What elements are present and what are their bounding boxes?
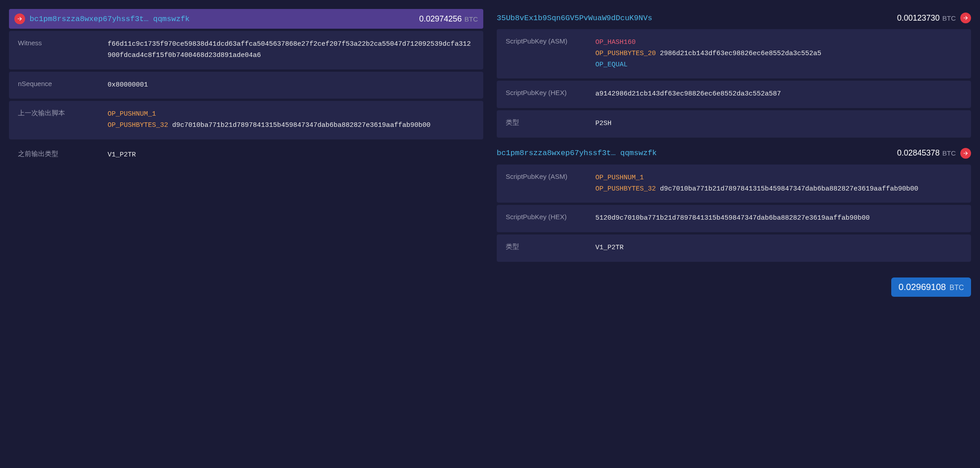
output-header: 35Ub8vEx1b9Sqn6GV5PvWuaW9dDcuK9NVs 0.001… bbox=[497, 9, 971, 27]
opcode: OP_HASH160 bbox=[595, 39, 636, 46]
witness-value: f66d11c9c1735f970ce59838d41dcd63affca504… bbox=[108, 39, 474, 61]
witness-row: Witness f66d11c9c1735f970ce59838d41dcd63… bbox=[9, 31, 483, 69]
spk-asm-row: ScriptPubKey (ASM) OP_PUSHNUM_1OP_PUSHBY… bbox=[497, 165, 971, 203]
prev-script-value: OP_PUSHNUM_1OP_PUSHBYTES_32 d9c7010ba771… bbox=[108, 109, 474, 131]
transaction-container: bc1pm8rszza8wxep67yhssf3t… qqmswzfk 0.02… bbox=[9, 9, 971, 297]
input-address[interactable]: bc1pm8rszza8wxep67yhssf3t… qqmswzfk bbox=[30, 15, 415, 23]
type-value: P2SH bbox=[595, 118, 962, 130]
spk-hex-value: 5120d9c7010ba771b21d7897841315b459847347… bbox=[595, 213, 962, 224]
output-unit: BTC bbox=[942, 149, 956, 157]
arrow-right-icon[interactable] bbox=[960, 13, 971, 23]
type-value: V1_P2TR bbox=[595, 243, 962, 254]
opcode-data: d9c7010ba771b21d7897841315b459847347dab6… bbox=[660, 185, 918, 193]
arrow-right-icon bbox=[14, 13, 25, 24]
opcode: OP_PUSHBYTES_32 bbox=[108, 121, 168, 129]
nsequence-label: nSequence bbox=[18, 80, 99, 91]
total-amount: 0.02969108 bbox=[898, 282, 946, 292]
type-row: 类型 V1_P2TR bbox=[497, 234, 971, 262]
type-label: 类型 bbox=[506, 243, 586, 254]
spk-hex-row: ScriptPubKey (HEX) a9142986d21cb143df63e… bbox=[497, 81, 971, 108]
arrow-right-icon[interactable] bbox=[960, 148, 971, 159]
input-column: bc1pm8rszza8wxep67yhssf3t… qqmswzfk 0.02… bbox=[9, 9, 483, 297]
input-amount: 0.02974256 bbox=[419, 14, 462, 24]
opcode: OP_PUSHBYTES_20 bbox=[595, 50, 656, 57]
output-column: 35Ub8vEx1b9Sqn6GV5PvWuaW9dDcuK9NVs 0.001… bbox=[497, 9, 971, 297]
prev-script-row: 上一次输出脚本 OP_PUSHNUM_1OP_PUSHBYTES_32 d9c7… bbox=[9, 101, 483, 139]
spk-hex-label: ScriptPubKey (HEX) bbox=[506, 213, 586, 224]
opcode: OP_PUSHNUM_1 bbox=[108, 110, 156, 118]
spk-asm-label: ScriptPubKey (ASM) bbox=[506, 173, 586, 195]
prev-script-label: 上一次输出脚本 bbox=[18, 109, 99, 131]
output-address[interactable]: 35Ub8vEx1b9Sqn6GV5PvWuaW9dDcuK9NVs bbox=[497, 14, 893, 22]
opcode: OP_PUSHBYTES_32 bbox=[595, 185, 656, 193]
nsequence-row: nSequence 0x80000001 bbox=[9, 72, 483, 99]
spk-asm-value: OP_HASH160OP_PUSHBYTES_20 2986d21cb143df… bbox=[595, 37, 962, 70]
spk-asm-label: ScriptPubKey (ASM) bbox=[506, 37, 586, 70]
total-badge-wrap: 0.02969108 BTC bbox=[497, 277, 971, 297]
output-amount-wrap: 0.02845378 BTC bbox=[897, 148, 956, 158]
prev-type-value: V1_P2TR bbox=[108, 150, 474, 161]
spk-hex-row: ScriptPubKey (HEX) 5120d9c7010ba771b21d7… bbox=[497, 205, 971, 232]
prev-type-label: 之前输出类型 bbox=[18, 150, 99, 161]
type-row: 类型 P2SH bbox=[497, 110, 971, 138]
type-label: 类型 bbox=[506, 118, 586, 130]
opcode-data: d9c7010ba771b21d7897841315b459847347dab6… bbox=[172, 121, 430, 129]
input-amount-wrap: 0.02974256 BTC bbox=[419, 14, 478, 24]
output-unit: BTC bbox=[942, 14, 956, 22]
nsequence-value: 0x80000001 bbox=[108, 80, 474, 91]
output-amount: 0.00123730 bbox=[897, 13, 940, 23]
output-header: bc1pm8rszza8wxep67yhssf3t… qqmswzfk 0.02… bbox=[497, 144, 971, 162]
spk-asm-value: OP_PUSHNUM_1OP_PUSHBYTES_32 d9c7010ba771… bbox=[595, 173, 962, 195]
output-amount-wrap: 0.00123730 BTC bbox=[897, 13, 956, 23]
total-unit: BTC bbox=[950, 284, 964, 292]
output-amount: 0.02845378 bbox=[897, 148, 940, 158]
opcode: OP_PUSHNUM_1 bbox=[595, 174, 644, 182]
input-header[interactable]: bc1pm8rszza8wxep67yhssf3t… qqmswzfk 0.02… bbox=[9, 9, 483, 29]
output-address[interactable]: bc1pm8rszza8wxep67yhssf3t… qqmswzfk bbox=[497, 149, 893, 157]
input-unit: BTC bbox=[464, 15, 478, 23]
opcode-data: 2986d21cb143df63ec98826ec6e8552da3c552a5 bbox=[660, 50, 821, 57]
prev-type-row: 之前输出类型 V1_P2TR bbox=[9, 142, 483, 169]
opcode: OP_EQUAL bbox=[595, 61, 628, 69]
spk-hex-value: a9142986d21cb143df63ec98826ec6e8552da3c5… bbox=[595, 89, 962, 100]
spk-hex-label: ScriptPubKey (HEX) bbox=[506, 89, 586, 100]
spk-asm-row: ScriptPubKey (ASM) OP_HASH160OP_PUSHBYTE… bbox=[497, 29, 971, 78]
total-badge[interactable]: 0.02969108 BTC bbox=[891, 277, 971, 297]
witness-label: Witness bbox=[18, 39, 99, 61]
